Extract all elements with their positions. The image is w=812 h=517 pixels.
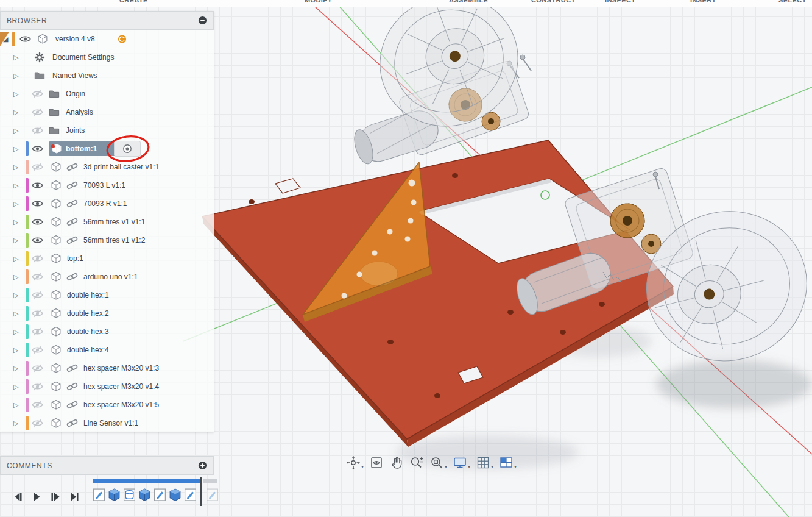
expand-arrow-icon[interactable] <box>13 54 22 61</box>
browser-item-line-sensor[interactable]: Line Sensor v1:1 <box>0 414 214 432</box>
browser-item-analysis[interactable]: Analysis <box>0 103 214 121</box>
visibility-eye-icon[interactable] <box>32 90 43 99</box>
expand-panel-icon[interactable] <box>198 461 207 470</box>
orbit-button[interactable] <box>346 455 364 470</box>
expand-arrow-icon[interactable] <box>13 274 22 280</box>
visibility-eye-icon[interactable] <box>32 273 43 282</box>
browser-item-document-settings[interactable]: Document Settings <box>0 48 214 66</box>
visibility-eye-icon[interactable] <box>32 291 43 300</box>
grid-and-snaps-button[interactable] <box>476 455 493 470</box>
browser-item-bottom[interactable]: bottom:1 <box>0 140 214 158</box>
menu-assemble[interactable]: ASSEMBLE <box>449 0 488 4</box>
play-button[interactable] <box>31 491 42 502</box>
feature-extrude-icon[interactable] <box>108 488 121 502</box>
expand-arrow-icon[interactable] <box>13 164 22 171</box>
expand-arrow-icon[interactable] <box>13 182 22 189</box>
expand-arrow-icon[interactable] <box>13 219 22 226</box>
expand-arrow-icon[interactable] <box>13 329 22 335</box>
browser-item-double-hex-3[interactable]: double hex:3 <box>0 323 214 341</box>
browser-item-root[interactable]: version 4 v8 <box>0 30 214 48</box>
expand-arrow-icon[interactable] <box>13 402 22 408</box>
visibility-eye-icon[interactable] <box>32 236 43 245</box>
feature-extrude-icon[interactable] <box>138 488 151 502</box>
feature-cylinder-icon[interactable] <box>123 488 136 502</box>
step-forward-button[interactable] <box>50 491 61 502</box>
comments-header[interactable]: COMMENTS <box>0 456 214 475</box>
bottom-plate[interactable] <box>202 140 674 447</box>
browser-item-hex-spacer-4[interactable]: hex spacer M3x20 v1:4 <box>0 377 214 396</box>
expand-arrow-icon[interactable] <box>13 310 22 317</box>
browser-item-double-hex-4[interactable]: double hex:4 <box>0 341 214 359</box>
visibility-eye-icon[interactable] <box>32 364 43 373</box>
visibility-eye-icon[interactable] <box>32 382 43 391</box>
menu-inspect[interactable]: INSPECT <box>605 0 635 4</box>
zoom-button[interactable] <box>409 455 424 470</box>
chevron-down-icon[interactable] <box>468 464 470 470</box>
visibility-eye-icon[interactable] <box>32 346 43 355</box>
browser-item-56mm-tires-1[interactable]: 56mm tires v1 v1:1 <box>0 213 214 231</box>
browser-item-70093-r[interactable]: 70093 R v1:1 <box>0 194 214 213</box>
menu-select[interactable]: SELECT <box>778 0 807 4</box>
left-motor-wheel[interactable] <box>349 0 536 167</box>
visibility-eye-icon[interactable] <box>32 419 43 428</box>
fit-button[interactable] <box>429 455 447 470</box>
expand-arrow-icon[interactable] <box>13 292 22 299</box>
menu-modify[interactable]: MODIFY <box>305 0 332 4</box>
visibility-eye-icon[interactable] <box>32 163 43 172</box>
chevron-down-icon[interactable] <box>445 464 447 470</box>
visibility-eye-icon[interactable] <box>19 35 31 44</box>
chevron-down-icon[interactable] <box>491 464 493 470</box>
chevron-down-icon[interactable] <box>514 464 517 470</box>
expand-arrow-icon[interactable] <box>13 109 22 116</box>
pan-button[interactable] <box>389 455 404 470</box>
browser-item-double-hex-2[interactable]: double hex:2 <box>0 304 214 323</box>
menu-insert[interactable]: INSERT <box>690 0 716 4</box>
expand-arrow-icon[interactable] <box>13 91 22 98</box>
timeline-position-marker[interactable] <box>200 477 202 506</box>
collapse-arrow-icon[interactable] <box>3 36 12 43</box>
sync-status-icon[interactable] <box>118 35 127 44</box>
display-settings-button[interactable] <box>453 455 470 470</box>
feature-sketch-icon[interactable] <box>154 488 166 502</box>
expand-arrow-icon[interactable] <box>13 201 22 207</box>
expand-arrow-icon[interactable] <box>13 146 22 152</box>
visibility-eye-icon[interactable] <box>32 218 43 227</box>
browser-item-70093-l[interactable]: 70093 L v1:1 <box>0 176 214 194</box>
look-at-button[interactable] <box>369 455 384 470</box>
feature-sketch-icon[interactable] <box>184 488 197 502</box>
browser-item-origin[interactable]: Origin <box>0 85 214 103</box>
visibility-eye-icon[interactable] <box>32 126 43 135</box>
visibility-eye-icon[interactable] <box>32 108 43 117</box>
browser-header[interactable]: BROWSER <box>0 11 214 30</box>
menu-create[interactable]: CREATE <box>119 0 148 4</box>
feature-sketch-icon[interactable] <box>93 488 105 502</box>
browser-item-hex-spacer-5[interactable]: hex spacer M3x20 v1:5 <box>0 396 214 414</box>
expand-arrow-icon[interactable] <box>13 383 22 390</box>
chevron-down-icon[interactable] <box>361 464 364 470</box>
go-to-end-button[interactable] <box>69 491 80 502</box>
browser-item-hex-spacer-3[interactable]: hex spacer M3x20 v1:3 <box>0 359 214 377</box>
visibility-eye-icon[interactable] <box>32 401 43 410</box>
visibility-eye-icon[interactable] <box>32 181 43 190</box>
go-to-start-button[interactable] <box>12 491 23 502</box>
browser-item-top[interactable]: top:1 <box>0 249 214 268</box>
expand-arrow-icon[interactable] <box>13 365 22 372</box>
expand-arrow-icon[interactable] <box>13 127 22 134</box>
browser-item-56mm-tires-2[interactable]: 56mm tires v1 v1:2 <box>0 231 214 249</box>
browser-item-arduino-uno[interactable]: arduino uno v1:1 <box>0 268 214 286</box>
visibility-eye-icon[interactable] <box>32 144 43 154</box>
feature-extrude-icon[interactable] <box>169 488 182 502</box>
viewports-button[interactable] <box>499 455 517 470</box>
visibility-eye-icon[interactable] <box>32 199 43 209</box>
suppressed-feature[interactable] <box>206 488 219 502</box>
expand-arrow-icon[interactable] <box>13 237 22 244</box>
visibility-eye-icon[interactable] <box>32 254 43 263</box>
visibility-eye-icon[interactable] <box>32 309 43 318</box>
expand-arrow-icon[interactable] <box>13 347 22 354</box>
visibility-eye-icon[interactable] <box>32 327 43 337</box>
expand-arrow-icon[interactable] <box>13 420 22 427</box>
expand-arrow-icon[interactable] <box>13 255 22 262</box>
menu-construct[interactable]: CONSTRUCT <box>531 0 576 4</box>
collapse-panel-icon[interactable] <box>198 16 207 25</box>
feature-sketch-icon[interactable] <box>206 488 219 502</box>
